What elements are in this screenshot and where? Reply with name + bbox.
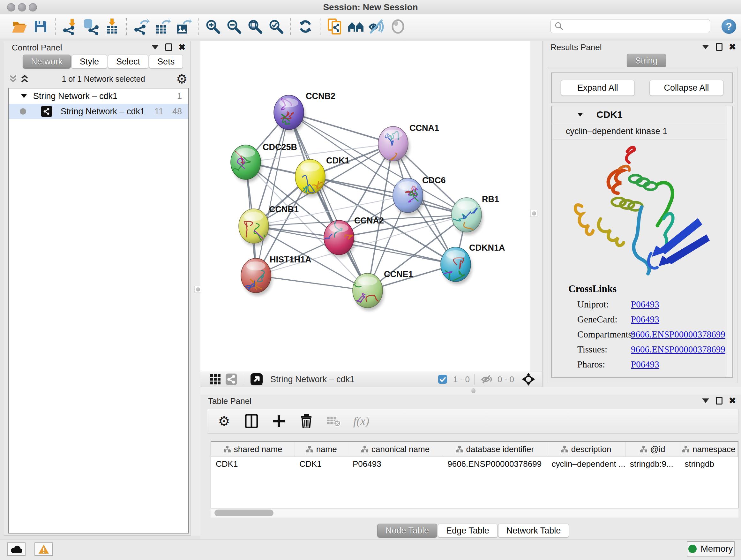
import-network-database-icon[interactable] <box>80 17 102 36</box>
zoom-out-icon[interactable] <box>223 17 245 36</box>
network-node-CDK1[interactable]: CDK1 <box>295 156 350 197</box>
node-label-CCNA1: CCNA1 <box>409 123 439 133</box>
cloud-status-button[interactable] <box>7 543 25 556</box>
close-panel-icon[interactable]: ✖ <box>177 43 187 52</box>
first-neighbors-icon[interactable] <box>345 17 366 36</box>
crosslink-link[interactable]: P06493 <box>631 314 659 325</box>
column-header-databaseidentifier[interactable]: database identifier <box>443 442 547 456</box>
node-label-CDKN1A: CDKN1A <box>469 243 505 253</box>
control-panel-tabs: NetworkStyleSelectSets <box>23 55 184 69</box>
export-image-icon[interactable] <box>173 17 194 36</box>
help-icon[interactable]: ? <box>722 19 736 34</box>
tab-network[interactable]: Network <box>23 55 71 69</box>
table-horizontal-scrollbar[interactable] <box>211 508 738 517</box>
column-header-description[interactable]: description <box>547 442 625 456</box>
toolbar-separator <box>198 18 199 35</box>
network-node-CDKN1A[interactable]: CDKN1A <box>439 243 505 285</box>
search-box[interactable] <box>550 19 710 33</box>
hidden-eye-icon[interactable] <box>479 371 495 387</box>
crosslink-link[interactable]: 9606.ENSP00000378699 <box>631 344 725 355</box>
zoom-selected-icon[interactable] <box>266 17 286 36</box>
horizontal-splitter[interactable] <box>200 387 741 395</box>
network-row[interactable]: String Network – cdk1 11 48 <box>9 104 188 119</box>
network-share-icon[interactable] <box>223 371 239 387</box>
new-network-from-selection-icon[interactable] <box>324 17 345 36</box>
delete-column-icon[interactable] <box>298 413 314 429</box>
tab-sets[interactable]: Sets <box>149 55 183 69</box>
export-network-icon[interactable] <box>131 17 152 36</box>
close-panel-icon[interactable]: ✖ <box>727 396 738 406</box>
network-node-CDC6[interactable]: CDC6 <box>393 176 446 215</box>
network-node-CCNB2[interactable]: CCNB2 <box>274 91 335 132</box>
collapse-all-button[interactable]: Collapse All <box>650 80 724 96</box>
left-splitter[interactable] <box>191 41 200 536</box>
column-header-namespace[interactable]: namespace <box>680 442 738 456</box>
splitter-grip[interactable] <box>530 210 537 217</box>
expander-icon[interactable] <box>577 112 584 118</box>
zoom-in-icon[interactable] <box>202 17 223 36</box>
network-node-CCNE1[interactable]: CCNE1 <box>353 269 413 311</box>
refresh-icon[interactable] <box>295 17 316 36</box>
node-label-CCNE1: CCNE1 <box>384 269 413 279</box>
tab-select[interactable]: Select <box>108 55 148 69</box>
tab-edge-table[interactable]: Edge Table <box>438 523 497 538</box>
memory-button[interactable]: Memory <box>687 541 735 557</box>
open-view-in-window-icon[interactable] <box>249 371 265 387</box>
float-panel-icon[interactable] <box>714 396 724 406</box>
float-panel-icon[interactable] <box>163 43 174 52</box>
close-panel-icon[interactable]: ✖ <box>727 42 738 52</box>
export-table-icon[interactable] <box>152 17 173 36</box>
table-row[interactable]: CDK1CDK1P064939606.ENSP00000378699cyclin… <box>211 457 738 471</box>
expand-all-button[interactable]: Expand All <box>561 80 635 96</box>
control-panel-title: Control Panel <box>12 43 62 53</box>
network-collection-row[interactable]: String Network – cdk1 1 <box>9 88 188 104</box>
control-panel: Control Panel ✖ NetworkStyleSelectSets 1… <box>4 41 191 536</box>
network-node-CCNA1[interactable]: CCNA1 <box>378 123 439 164</box>
table-options-gear-icon[interactable]: ⚙ <box>216 413 232 429</box>
show-hide-icon[interactable] <box>366 17 387 36</box>
add-column-icon[interactable] <box>271 413 287 429</box>
right-splitter[interactable] <box>530 41 542 387</box>
crosslink-link[interactable]: P06493 <box>631 299 659 310</box>
table-cell: P06493 <box>348 457 443 471</box>
selected-checkbox-icon[interactable] <box>434 371 451 387</box>
network-node-RB1[interactable]: RB1 <box>448 194 499 240</box>
crosslink-link[interactable]: P06493 <box>631 359 659 370</box>
show-columns-icon[interactable] <box>244 413 259 429</box>
collapse-panel-icon[interactable] <box>700 396 711 406</box>
column-header-sharedname[interactable]: shared name <box>211 442 295 456</box>
pan-crosshair-icon[interactable] <box>521 371 536 387</box>
network-options-gear-icon[interactable]: ⚙ <box>177 74 187 84</box>
search-input[interactable] <box>563 20 710 32</box>
collapse-panel-icon[interactable] <box>150 43 160 52</box>
scrollbar-thumb[interactable] <box>214 509 273 516</box>
birds-eye-view-icon[interactable] <box>207 371 223 387</box>
save-session-icon[interactable] <box>30 17 51 36</box>
tab-string[interactable]: String <box>627 54 666 68</box>
zoom-fit-icon[interactable] <box>245 17 266 36</box>
protein-name: CDK1 <box>596 109 623 120</box>
hidden-count: 0 - 0 <box>497 374 514 384</box>
results-scrollbar[interactable] <box>727 106 732 377</box>
crosslink-link[interactable]: 9606.ENSP00000378699 <box>631 329 725 340</box>
import-network-icon[interactable] <box>59 17 80 36</box>
import-table-icon[interactable] <box>102 17 123 36</box>
expand-all-icon[interactable] <box>19 74 30 84</box>
network-canvas[interactable]: CCNB2CCNA1CDC25BCDK1CDC6RB1CCNB1CCNA2CDK… <box>200 41 530 372</box>
splitter-grip[interactable] <box>471 388 475 393</box>
tab-network-table[interactable]: Network Table <box>498 523 569 538</box>
open-session-icon[interactable] <box>9 17 30 36</box>
collection-label: String Network – cdk1 <box>33 91 118 101</box>
protein-section-header[interactable]: CDK1 <box>552 106 732 123</box>
warning-status-button[interactable] <box>35 543 53 556</box>
column-header-id[interactable]: @id <box>625 442 680 456</box>
tab-node-table[interactable]: Node Table <box>377 523 437 538</box>
tab-style[interactable]: Style <box>71 55 107 69</box>
expander-icon[interactable] <box>20 93 27 99</box>
network-node-HIST1H1A[interactable]: HIST1H1A <box>241 255 312 296</box>
collapse-all-icon[interactable] <box>7 74 19 84</box>
column-header-canonicalname[interactable]: canonical name <box>348 442 443 456</box>
column-header-name[interactable]: name <box>295 442 348 456</box>
float-panel-icon[interactable] <box>714 42 724 52</box>
collapse-panel-icon[interactable] <box>700 42 711 52</box>
